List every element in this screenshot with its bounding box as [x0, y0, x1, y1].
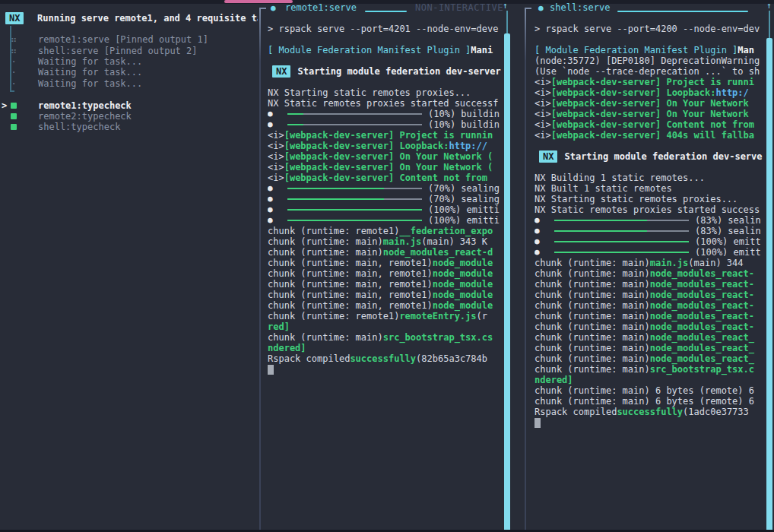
terminal-line: ●(83%) sealin	[535, 215, 764, 226]
progress-bullet-icon: ●	[268, 215, 275, 226]
terminal-line	[535, 34, 764, 45]
terminal-text: node_modules_react-d	[383, 247, 493, 258]
terminal-text: chunk (runtime: main)	[535, 258, 650, 268]
progress-bar-fill	[287, 220, 422, 221]
terminal-line: > rspack serve --port=4201 --node-env=de…	[268, 24, 501, 34]
scrollbar-thumb[interactable]	[504, 33, 510, 532]
terminal-panel-shell-serve[interactable]: ● shell:serve ↑ > rspack serve --port=42…	[525, 4, 774, 532]
terminal-text: NX Static remotes proxies started succes…	[268, 98, 498, 109]
scrollbar-thumb[interactable]	[766, 38, 772, 532]
scroll-up-arrow-icon[interactable]: ↑	[766, 1, 772, 11]
terminal-text: node_module	[433, 300, 493, 311]
progress-label: (70%) sealing	[428, 183, 500, 194]
progress-bar	[287, 198, 422, 200]
terminal-line: NXStarting module federation dev-serve	[535, 151, 764, 162]
terminal-text: chunk (runtime: main)	[535, 290, 650, 300]
terminal-text: ndered]	[535, 375, 573, 385]
terminal-line: <i> [webpack-dev-server] On Your Network	[535, 109, 764, 119]
progress-bar-fill	[287, 124, 303, 125]
progress-bar	[554, 220, 689, 221]
terminal-line: ndered]	[535, 375, 764, 385]
task-list-item[interactable]: ·Waiting for task...	[0, 56, 259, 67]
terminal-line: red]	[268, 321, 501, 332]
progress-bar-fill	[287, 188, 384, 189]
task-list-item	[0, 89, 259, 100]
terminal-text: (Use `node --trace-deprecation ...` to s…	[535, 66, 760, 77]
task-list-item[interactable]: ⠶remote1:serve [Pinned output 1]	[0, 34, 259, 45]
terminal-line: ndered]	[268, 343, 501, 353]
progress-bar-fill	[554, 230, 647, 232]
terminal-output-remote1-serve[interactable]: > rspack serve --port=4201 --node-env=de…	[268, 24, 501, 375]
terminal-line: ●(70%) sealing	[268, 194, 501, 204]
task-label: Waiting for task...	[38, 56, 142, 67]
terminal-line: ●(100%) emitti	[268, 215, 501, 226]
terminal-line: <i> [webpack-dev-server] 404s will fallb…	[535, 130, 764, 141]
terminal-output-shell-serve[interactable]: > rspack serve --port=4200 --node-env=de…	[535, 24, 764, 428]
terminal-text: [webpack-dev-server] 404s will fallba	[551, 130, 754, 141]
terminal-text: chunk (runtime: main)	[268, 332, 383, 343]
terminal-text: <i>	[535, 130, 551, 141]
terminal-line: ●(100%) emitt	[535, 236, 764, 247]
task-success-icon	[8, 111, 19, 122]
task-label: Waiting for task...	[38, 67, 142, 78]
progress-bar	[554, 241, 689, 242]
terminal-text: <i>	[535, 109, 551, 119]
scroll-up-arrow-icon[interactable]: ↑	[503, 1, 508, 11]
terminal-text: Starting module federation dev-server	[297, 66, 500, 77]
terminal-text: <i>	[268, 130, 284, 141]
task-list-item[interactable]: shell:typecheck	[0, 122, 259, 132]
terminal-line: chunk (runtime: main) node_modules_react…	[535, 279, 764, 290]
terminal-text: <i>	[268, 141, 284, 151]
terminal-text: NX Building 1 static remotes...	[535, 173, 705, 183]
terminal-line: chunk (runtime: main) node_modules_react…	[535, 290, 764, 300]
terminal-text: (node:35772) [DEP0180] DeprecationWarnin…	[535, 55, 760, 66]
terminal-text: chunk (runtime: main)	[535, 279, 650, 290]
terminal-text: src_bootstrap_tsx.c	[650, 364, 754, 375]
terminal-line	[268, 34, 501, 45]
terminal-text: chunk (runtime: main, remote1)	[268, 268, 433, 279]
progress-bar	[554, 252, 689, 253]
terminal-line	[535, 162, 764, 173]
terminal-text: node_module	[433, 290, 493, 300]
panel-corner	[259, 8, 266, 9]
running-status-dot: ●	[271, 3, 276, 14]
task-waiting-icon: ·	[8, 67, 19, 78]
progress-bar-fill	[554, 241, 689, 242]
terminal-text: Rspack compiled	[535, 407, 617, 417]
task-label: shell:typecheck	[38, 122, 120, 132]
terminal-line: chunk (runtime: main) src_bootstrap_tsx.…	[535, 364, 764, 375]
terminal-line: chunk (runtime: main) node_modules_react…	[535, 321, 764, 332]
terminal-text: (1adc0e37733	[683, 407, 749, 417]
task-list-item[interactable]: ·Waiting for task...	[0, 67, 259, 78]
task-label: remote2:typecheck	[38, 111, 132, 122]
progress-label: (100%) emitt	[695, 247, 761, 258]
terminal-text: chunk (runtime: main)	[535, 268, 650, 279]
progress-label: (70%) sealing	[428, 194, 500, 204]
terminal-text: ndered]	[268, 343, 306, 353]
terminal-text: chunk (runtime: main)	[268, 247, 383, 258]
terminal-cursor	[268, 365, 274, 375]
terminal-text: [webpack-dev-server] On Your Network	[551, 109, 749, 119]
progress-label: (100%) emitt	[695, 236, 761, 247]
progress-bullet-icon: ●	[535, 226, 542, 236]
progress-bar-fill	[287, 209, 422, 211]
progress-bar-fill	[287, 198, 384, 200]
scrollbar-track[interactable]	[506, 11, 508, 33]
terminal-line: NX Starting static remotes proxies...	[268, 87, 501, 98]
task-list-item[interactable]: ·Waiting for task...	[0, 78, 259, 89]
task-list-item[interactable]: remote2:typecheck	[0, 111, 259, 122]
task-list-item[interactable]: >remote1:typecheck	[0, 100, 259, 110]
scrollbar-track[interactable]	[769, 11, 770, 38]
task-list: ⠶remote1:serve [Pinned output 1]⠶shell:s…	[0, 34, 259, 133]
task-list-item[interactable]: ⠶shell:serve [Pinned output 2]	[0, 45, 259, 55]
terminal-text: chunk (runtime: main)	[535, 343, 650, 353]
terminal-text: chunk (runtime: remote1)	[268, 226, 399, 236]
terminal-text: [webpack-dev-server] Content not from	[551, 119, 754, 130]
terminal-text: node_modules_react_	[650, 332, 754, 343]
terminal-panel-remote1-serve[interactable]: ● remote1:serve NON-INTERACTIVE ↑ > rspa…	[259, 4, 516, 532]
pink-accent-bar	[224, 0, 293, 3]
terminal-text: <i>	[268, 162, 284, 173]
task-success-icon	[8, 100, 19, 111]
terminal-line: ●(70%) sealing	[268, 183, 501, 194]
terminal-text: [webpack-dev-server] On Your Network (	[284, 162, 493, 173]
